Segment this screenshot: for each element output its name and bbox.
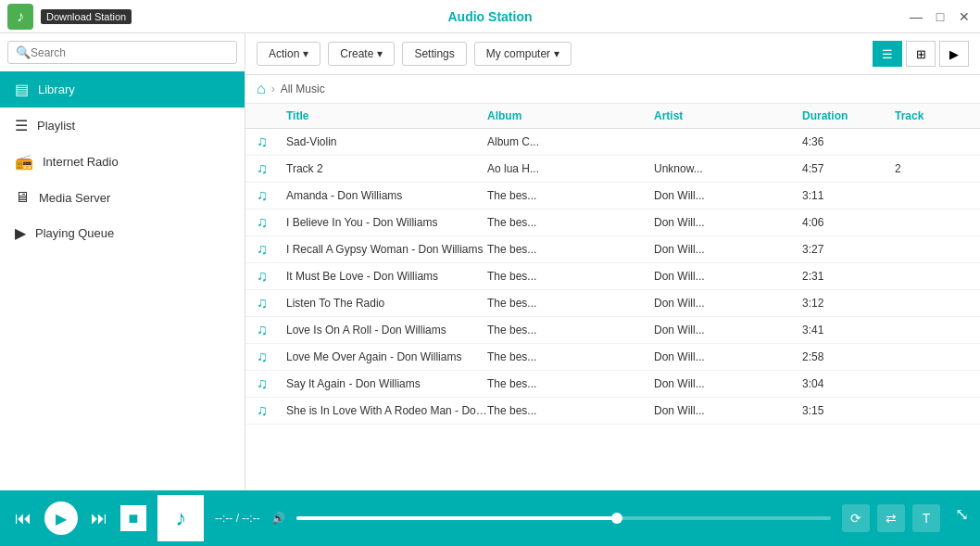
table-row[interactable]: ♫ She is In Love With A Rodeo Man - Don … (245, 398, 980, 425)
window-minimize-btn[interactable]: — (908, 8, 924, 25)
sidebar-item-label-library: Library (38, 83, 75, 96)
sidebar-item-playlist[interactable]: ☰ Playlist (0, 108, 245, 144)
row-icon: ♫ (257, 402, 286, 419)
col-track[interactable]: Track (895, 109, 969, 122)
row-artist: Don Will... (654, 297, 802, 310)
music-table: Title Album Artist Duration Track ♫ Sad-… (245, 104, 980, 490)
radio-icon: 📻 (15, 153, 33, 171)
player-bar: ⏮ ▶ ⏭ ■ ♪ --:-- / --:-- 🔊 ⟳ ⇄ T ⤡ (0, 490, 980, 546)
sidebar-item-label-server: Media Server (39, 191, 110, 205)
play-button[interactable]: ▶ (44, 502, 78, 535)
col-duration[interactable]: Duration (802, 109, 895, 122)
row-album: The bes... (487, 404, 654, 417)
table-row[interactable]: ♫ Listen To The Radio The bes... Don Wil… (245, 290, 980, 317)
window-close-btn[interactable]: ✕ (956, 8, 973, 25)
action-chevron-icon: ▾ (303, 47, 308, 60)
note-icon: ♪ (175, 505, 186, 531)
row-artist: Don Will... (654, 270, 802, 283)
next-button[interactable]: ⏭ (87, 505, 111, 532)
queue-icon: ▶ (15, 224, 26, 242)
table-row[interactable]: ♫ I Recall A Gypsy Woman - Don Williams … (245, 236, 980, 263)
row-album: The bes... (487, 270, 654, 283)
playlist-icon: ☰ (15, 117, 28, 134)
row-title: Amanda - Don Williams (286, 189, 487, 202)
row-title: Sad-Violin (286, 135, 487, 148)
row-album: The bes... (487, 243, 654, 256)
search-input[interactable] (31, 46, 229, 59)
row-icon: ♫ (257, 160, 286, 177)
sidebar-item-library[interactable]: ▤ Library (0, 71, 245, 108)
row-duration: 2:31 (802, 270, 895, 283)
row-duration: 3:15 (802, 404, 895, 417)
toolbar: Action ▾ Create ▾ Settings My computer ▾… (245, 33, 980, 75)
view-play-btn[interactable]: ▶ (939, 41, 969, 67)
album-art: ♪ (157, 495, 204, 541)
player-controls: ⏮ ▶ ⏭ ■ (11, 502, 146, 535)
search-box[interactable]: 🔍 (7, 41, 237, 64)
library-icon: ▤ (15, 81, 29, 98)
table-row[interactable]: ♫ Love Is On A Roll - Don Williams The b… (245, 317, 980, 344)
stop-button[interactable]: ■ (120, 505, 146, 531)
table-row[interactable]: ♫ Amanda - Don Williams The bes... Don W… (245, 183, 980, 210)
repeat-button[interactable]: ⟳ (842, 504, 870, 532)
row-duration: 4:57 (802, 162, 895, 175)
settings-button[interactable]: Settings (402, 42, 466, 66)
row-title: Love Me Over Again - Don Williams (286, 350, 487, 363)
col-album[interactable]: Album (487, 109, 654, 122)
window-title: Audio Station (448, 9, 533, 24)
row-icon: ♫ (257, 133, 286, 150)
table-row[interactable]: ♫ Sad-Violin Album C... 4:36 (245, 129, 980, 156)
row-duration: 4:36 (802, 135, 895, 148)
content-area: Action ▾ Create ▾ Settings My computer ▾… (245, 33, 980, 490)
action-button[interactable]: Action ▾ (257, 42, 320, 66)
sidebar-item-label-playlist: Playlist (37, 119, 75, 133)
row-artist: Don Will... (654, 324, 802, 336)
row-duration: 3:11 (802, 189, 895, 202)
prev-button[interactable]: ⏮ (11, 505, 35, 532)
row-duration: 3:04 (802, 377, 895, 390)
sidebar-item-playing-queue[interactable]: ▶ Playing Queue (0, 215, 245, 251)
sidebar-item-internet-radio[interactable]: 📻 Internet Radio (0, 144, 245, 180)
view-list-btn[interactable]: ☰ (873, 41, 902, 67)
sidebar-item-media-server[interactable]: 🖥 Media Server (0, 180, 245, 215)
table-row[interactable]: ♫ It Must Be Love - Don Williams The bes… (245, 263, 980, 290)
row-icon: ♫ (257, 241, 286, 258)
row-title: I Believe In You - Don Williams (286, 216, 487, 229)
row-album: The bes... (487, 189, 654, 202)
table-row[interactable]: ♫ Love Me Over Again - Don Williams The … (245, 344, 980, 371)
progress-bar[interactable] (296, 516, 831, 520)
row-artist: Don Will... (654, 404, 802, 417)
row-title: Say It Again - Don Williams (286, 377, 487, 390)
table-row[interactable]: ♫ I Believe In You - Don Williams The be… (245, 210, 980, 236)
create-chevron-icon: ▾ (377, 47, 383, 60)
expand-button[interactable]: ⤡ (955, 504, 969, 532)
row-icon: ♫ (257, 375, 286, 392)
main-container: 🔍 ▤ Library ☰ Playlist 📻 Internet Radio … (0, 33, 980, 490)
mycomputer-button[interactable]: My computer ▾ (474, 42, 572, 66)
row-title: It Must Be Love - Don Williams (286, 270, 487, 283)
text-button[interactable]: T (912, 504, 940, 532)
volume-icon: 🔊 (271, 512, 285, 525)
title-bar: ♪ Download Station Audio Station — □ ✕ (0, 0, 980, 33)
time-display: --:-- / --:-- (215, 512, 260, 525)
create-button[interactable]: Create ▾ (328, 42, 395, 66)
row-artist: Don Will... (654, 189, 802, 202)
table-row[interactable]: ♫ Say It Again - Don Williams The bes...… (245, 371, 980, 398)
row-icon: ♫ (257, 322, 286, 338)
row-artist: Don Will... (654, 350, 802, 363)
home-icon[interactable]: ⌂ (257, 81, 266, 97)
col-title[interactable]: Title (286, 109, 487, 122)
window-restore-btn[interactable]: □ (932, 8, 949, 25)
breadcrumb-separator: › (271, 83, 275, 95)
row-icon: ♫ (257, 295, 286, 311)
row-duration: 3:27 (802, 243, 895, 256)
view-grid-btn[interactable]: ⊞ (906, 41, 936, 67)
view-controls: ☰ ⊞ ▶ (873, 41, 969, 67)
row-icon: ♫ (257, 214, 286, 231)
row-icon: ♫ (257, 268, 286, 285)
table-row[interactable]: ♫ Track 2 Ao lua H... Unknow... 4:57 2 (245, 156, 980, 183)
row-track: 2 (895, 162, 969, 175)
col-artist[interactable]: Artist (654, 109, 802, 122)
shuffle-button[interactable]: ⇄ (877, 504, 905, 532)
row-album: The bes... (487, 350, 654, 363)
